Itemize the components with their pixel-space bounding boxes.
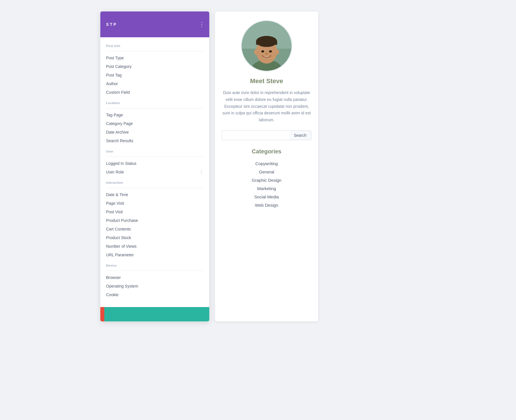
menu-item-post-type[interactable]: Post Type [106, 54, 204, 62]
bottom-bar [100, 307, 209, 321]
svg-point-9 [269, 50, 272, 52]
divider-interaction [106, 188, 204, 188]
section-device: Device Browser Operating System Cookie [106, 261, 204, 299]
menu-item-url-parameter[interactable]: URL Parameter [106, 251, 204, 259]
dropdown-panel: S T P ⋮ Post Info Post Type Post Categor… [100, 11, 209, 321]
search-button[interactable]: Search [289, 130, 311, 140]
left-accent-red [100, 307, 104, 321]
svg-point-8 [261, 50, 264, 52]
author-avatar [242, 21, 292, 71]
section-post-info: Post Info Post Type Post Category Post T… [106, 42, 204, 97]
menu-content: Post Info Post Type Post Category Post T… [100, 37, 209, 307]
author-avatar-wrapper [241, 20, 292, 72]
top-bar-text: S T P [106, 22, 116, 27]
divider-user [106, 157, 204, 157]
row-dots-icon: ⋮ [199, 169, 204, 175]
section-title-device: Device [106, 261, 204, 268]
menu-item-post-visit[interactable]: Post Visit [106, 208, 204, 216]
section-title-user: User [106, 147, 204, 154]
menu-item-post-tag[interactable]: Post Tag [106, 71, 204, 79]
category-list: Copywriting General Graphic Design Marke… [222, 159, 311, 209]
menu-item-logged-in-status[interactable]: Logged In Status [106, 159, 204, 168]
top-bar-dots-icon[interactable]: ⋮ [199, 21, 205, 28]
menu-item-page-visit[interactable]: Page Visit [106, 199, 204, 208]
menu-item-product-purchase[interactable]: Product Purchase [106, 216, 204, 225]
category-item-marketing[interactable]: Marketing [222, 184, 311, 193]
menu-item-search-results[interactable]: Search Results [106, 136, 204, 145]
menu-item-custom-field[interactable]: Custom Field [106, 88, 204, 97]
menu-item-author[interactable]: Author [106, 79, 204, 88]
row-category-page: Category Page [106, 119, 204, 128]
section-user: User Logged In Status User Role ⋮ [106, 147, 204, 176]
section-location: Location Tag Page Category Page Date Arc… [106, 99, 204, 145]
divider-device [106, 271, 204, 271]
menu-item-user-role[interactable]: User Role [106, 168, 124, 176]
menu-item-tag-page[interactable]: Tag Page [106, 111, 204, 119]
categories-title: Categories [252, 148, 281, 155]
category-item-general[interactable]: General [222, 168, 311, 176]
menu-item-browser[interactable]: Browser [106, 273, 204, 282]
svg-point-12 [275, 49, 279, 55]
menu-item-product-stock[interactable]: Product Stock [106, 233, 204, 242]
svg-point-6 [256, 36, 277, 47]
search-input[interactable] [222, 130, 289, 140]
author-name: Meet Steve [250, 77, 283, 85]
section-title-post-info: Post Info [106, 42, 204, 49]
menu-item-cart-contents[interactable]: Cart Contents [106, 225, 204, 233]
menu-item-category-page[interactable]: Category Page [106, 119, 133, 128]
menu-item-date-time[interactable]: Date & Time [106, 190, 204, 199]
divider-location [106, 108, 204, 108]
svg-rect-7 [256, 42, 277, 45]
menu-item-cookie[interactable]: Cookie [106, 290, 204, 299]
section-title-location: Location [106, 99, 204, 106]
svg-point-11 [254, 49, 258, 55]
menu-item-date-archive[interactable]: Date Archive [106, 128, 204, 136]
page-wrapper: S T P ⋮ Post Info Post Type Post Categor… [100, 11, 416, 321]
category-item-graphic-design[interactable]: Graphic Design [222, 176, 311, 184]
row-user-role: User Role ⋮ [106, 168, 204, 176]
menu-item-number-of-views[interactable]: Number of Views [106, 242, 204, 251]
author-widget: Meet Steve Duis aute irure dolor in repr… [215, 11, 318, 321]
menu-item-operating-system[interactable]: Operating System [106, 282, 204, 290]
menu-item-post-category[interactable]: Post Category [106, 62, 204, 71]
category-item-web-design[interactable]: Web Design [222, 201, 311, 209]
section-title-interaction: Interaction [106, 179, 204, 185]
search-box: Search [222, 130, 311, 140]
section-interaction: Interaction Date & Time Page Visit Post … [106, 179, 204, 259]
svg-point-10 [265, 53, 268, 54]
top-bar: S T P ⋮ [100, 11, 209, 37]
author-bio: Duis aute irure dolor in reprehenderit i… [222, 89, 311, 124]
category-item-copywriting[interactable]: Copywriting [222, 159, 311, 168]
category-item-social-media[interactable]: Social Media [222, 193, 311, 201]
divider-post-info [106, 51, 204, 51]
